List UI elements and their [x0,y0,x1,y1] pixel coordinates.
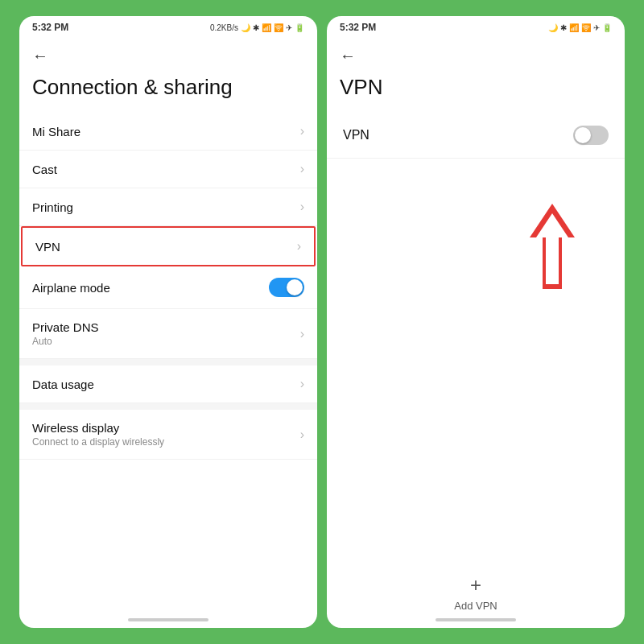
right-phone-screen: 5:32 PM 🌙 ✱ 📶 🛜 ✈ 🔋 ← VPN VPN [327,16,625,628]
battery-icon: 🔋 [295,23,304,32]
moon-icon: 🌙 [241,23,250,32]
printing-chevron: › [300,200,304,214]
vpn-toggle-knob [575,127,591,143]
network-speed-text: 0.2KB/s [210,23,238,32]
right-back-row[interactable]: ← [327,39,625,68]
section-divider-2 [19,403,317,410]
data-usage-left: Data usage [32,378,94,391]
menu-item-private-dns[interactable]: Private DNS Auto › [19,309,317,359]
mi-share-title: Mi Share [32,125,80,138]
airplane-icon-status: ✈ [286,23,292,32]
right-status-bar: 5:32 PM 🌙 ✱ 📶 🛜 ✈ 🔋 [327,16,625,39]
cast-left: Cast [32,163,57,176]
data-usage-title: Data usage [32,378,94,391]
section-divider-1 [19,359,317,365]
add-vpn-container[interactable]: + Add VPN [327,558,625,628]
vpn-left: VPN [35,240,60,254]
bluetooth-icon: ✱ [253,23,259,32]
airplane-mode-title: Airplane mode [32,281,110,295]
red-arrow-container [327,159,625,382]
right-bottom-bar [436,618,516,621]
right-battery-icon: 🔋 [602,23,612,32]
right-airplane-icon: ✈ [593,23,600,32]
cast-chevron: › [300,162,304,176]
private-dns-subtitle: Auto [32,336,99,347]
menu-item-wireless-display[interactable]: Wireless display Connect to a display wi… [19,410,317,460]
airplane-mode-toggle[interactable] [269,278,304,297]
private-dns-title: Private DNS [32,320,99,334]
right-bluetooth-icon: ✱ [560,23,567,32]
wireless-display-title: Wireless display [32,421,164,435]
menu-item-airplane-mode[interactable]: Airplane mode [19,266,317,309]
left-phone-screen: 5:32 PM 0.2KB/s 🌙 ✱ 📶 🛜 ✈ 🔋 ← Connection… [19,16,317,628]
arrow-svg [528,202,576,291]
left-screen-title: Connection & sharing [19,68,317,113]
data-usage-chevron: › [300,377,304,391]
printing-title: Printing [32,200,73,214]
add-vpn-plus: + [470,574,481,597]
menu-item-vpn[interactable]: VPN › [21,226,316,266]
right-time: 5:32 PM [340,22,376,33]
vpn-toggle-row[interactable]: VPN [327,113,625,159]
private-dns-chevron: › [300,327,304,341]
vpn-title: VPN [35,240,60,254]
mi-share-left: Mi Share [32,125,80,138]
right-signal-icon: 📶 [569,23,579,32]
right-spacer [327,382,625,558]
right-back-arrow[interactable]: ← [340,47,356,64]
menu-item-data-usage[interactable]: Data usage › [19,365,317,403]
mi-share-chevron: › [300,124,304,138]
airplane-toggle-knob [287,279,303,295]
printing-left: Printing [32,200,73,214]
menu-item-printing[interactable]: Printing › [19,188,317,226]
left-back-arrow[interactable]: ← [32,47,48,64]
vpn-chevron: › [297,239,301,254]
red-arrow [528,202,576,291]
wifi-icon: 🛜 [274,23,283,32]
menu-item-cast[interactable]: Cast › [19,151,317,188]
right-status-icons: 🌙 ✱ 📶 🛜 ✈ 🔋 [548,23,612,32]
left-time: 5:32 PM [32,22,68,33]
wireless-display-chevron: › [300,427,304,442]
vpn-toggle-label: VPN [343,128,369,142]
right-screen-title: VPN [327,68,625,113]
airplane-mode-left: Airplane mode [32,281,110,295]
wireless-display-subtitle: Connect to a display wirelessly [32,436,164,448]
left-bottom-bar [128,618,208,621]
left-status-icons: 0.2KB/s 🌙 ✱ 📶 🛜 ✈ 🔋 [210,23,304,32]
add-vpn-label: Add VPN [454,600,497,612]
right-moon-icon: 🌙 [548,23,558,32]
private-dns-left: Private DNS Auto [32,320,99,347]
left-back-row[interactable]: ← [19,39,317,68]
right-wifi-icon: 🛜 [581,23,591,32]
vpn-toggle[interactable] [573,126,609,145]
cast-title: Cast [32,163,57,176]
wireless-display-left: Wireless display Connect to a display wi… [32,421,164,448]
left-status-bar: 5:32 PM 0.2KB/s 🌙 ✱ 📶 🛜 ✈ 🔋 [19,16,317,39]
menu-item-mi-share[interactable]: Mi Share › [19,113,317,151]
signal-icon: 📶 [262,23,271,32]
